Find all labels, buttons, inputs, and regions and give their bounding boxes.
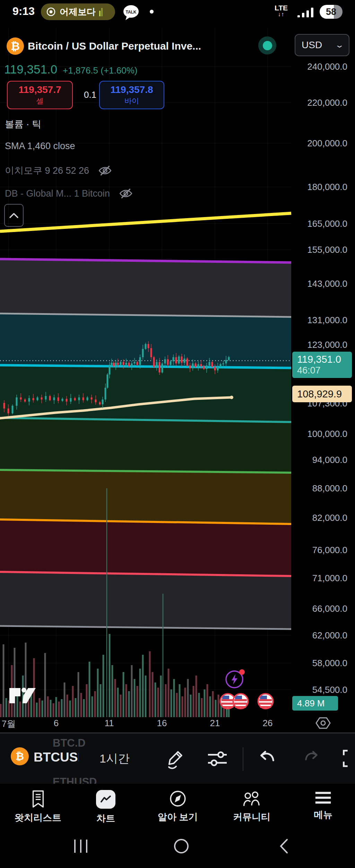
price-scale-label: 100,000.0 [307, 429, 347, 439]
buy-price: 119,357.8 [110, 84, 153, 95]
buy-label: 바이 [124, 96, 139, 106]
price-scale-label: 54,500.0 [312, 685, 347, 695]
price-scale-label: 180,000.0 [307, 182, 347, 192]
symbol-title[interactable]: Bitcoin / US Dollar Perpetual Inve... [28, 40, 201, 52]
nav-watchlist[interactable]: 왓치리스트 [15, 790, 61, 824]
price-scale-label: 62,000.0 [312, 630, 347, 641]
price-change: +1,876.5 (+1.60%) [63, 65, 137, 76]
toolbar-divider [243, 747, 243, 771]
price-scale-label: 82,000.0 [312, 513, 347, 523]
watchlist-icon [30, 790, 46, 808]
bottom-navigation: 왓치리스트 차트 알아 보기 커뮤니티 [0, 784, 355, 868]
price-scale-label: 131,000.0 [307, 315, 347, 326]
nav-menu[interactable]: 메뉴 [314, 790, 332, 821]
undo-icon[interactable] [257, 749, 277, 768]
legend-sma-row[interactable]: SMA 1,460 close [5, 141, 75, 152]
notification-dot [150, 10, 154, 14]
time-scale-label: 7월 [2, 718, 16, 730]
price-scale-label: 76,000.0 [312, 545, 347, 556]
clock: 9:13 [12, 5, 35, 18]
chevron-up-icon [9, 212, 19, 218]
music-notification-pill[interactable]: 어제보다 [41, 3, 115, 20]
time-scale-label: 11 [105, 718, 114, 729]
legend-ichimoku-row[interactable]: 이치모쿠 9 26 52 26 [5, 164, 112, 178]
price-scale-label: 155,000.0 [307, 244, 347, 255]
eye-off-icon[interactable] [98, 164, 112, 178]
time-scale-label: 21 [210, 718, 220, 729]
chart-icon [96, 790, 115, 809]
home-button[interactable] [173, 837, 190, 855]
currency-selector[interactable]: USD ⌄ [295, 34, 349, 56]
price-scale-label: 88,000.0 [312, 483, 347, 494]
nav-discover[interactable]: 알아 보기 [158, 790, 198, 823]
recent-apps-button[interactable] [72, 837, 89, 855]
app-screen: 9:13 어제보다 TALK LTE ↓↑ 5 [0, 0, 355, 868]
tradingview-watermark [9, 685, 37, 704]
indicator-settings-icon[interactable] [207, 749, 228, 769]
price-scale-label: 220,000.0 [307, 97, 347, 108]
last-price: 119,351.0 [4, 62, 57, 76]
price-scale-label: 66,000.0 [312, 603, 347, 614]
lightning-alert-icon[interactable] [225, 669, 247, 689]
watchlist-ghost-row: BTC.D [53, 737, 86, 749]
price-scale-label: 165,000.0 [307, 218, 347, 229]
current-price-badge: 119,351.0 46:07 [292, 352, 352, 378]
nav-community[interactable]: 커뮤니티 [233, 790, 270, 823]
kakaotalk-icon: TALK [121, 3, 141, 22]
community-icon [242, 790, 261, 807]
legend-volume-row[interactable]: 볼륨 · 틱 [5, 118, 41, 130]
menu-icon [314, 790, 332, 805]
fullscreen-icon[interactable] [341, 749, 355, 768]
signal-strength-icon [297, 6, 315, 18]
price-scale-label: 94,000.0 [312, 455, 347, 465]
price-scale-label: 58,000.0 [312, 658, 347, 669]
time-scale-label: 26 [263, 718, 273, 729]
chart-toolbar-sheet: BTC.D ETHUSD ₿ BTCUSD 1시간 [0, 732, 355, 784]
sell-button[interactable]: 119,357.7 셀 [7, 81, 73, 109]
redo-icon[interactable] [302, 749, 320, 767]
collapse-legend-button[interactable] [4, 204, 24, 227]
us-flag-events-pair-icon[interactable] [219, 693, 258, 710]
currency-value: USD [302, 40, 322, 51]
price-scale-label: 71,000.0 [312, 573, 347, 584]
price-row: 119,351.0 +1,876.5 (+1.60%) [4, 62, 138, 76]
price-scale-label: 240,000.0 [307, 61, 347, 72]
us-flag-event-icon[interactable] [257, 693, 274, 710]
status-bar: 9:13 어제보다 TALK LTE ↓↑ 5 [0, 0, 355, 24]
sell-price: 119,357.7 [18, 84, 61, 95]
price-scale-label: 200,000.0 [307, 138, 347, 149]
lte-indicator: LTE ↓↑ [275, 4, 288, 17]
battery-indicator: 58 [320, 5, 343, 19]
notification-text: 어제보다 [60, 6, 96, 18]
back-button[interactable] [277, 837, 291, 855]
sma-price-badge: 108,929.9 [292, 386, 352, 402]
symbol-button[interactable]: BTCUSD [34, 750, 79, 765]
price-scale-label: 123,000.0 [307, 340, 347, 350]
watchlist-ghost-row: ETHUSD [53, 776, 97, 784]
bitcoin-logo: ₿ [11, 747, 29, 765]
interval-button[interactable]: 1시간 [99, 751, 130, 767]
price-scale-label: 143,000.0 [307, 278, 347, 289]
bitcoin-logo: ₿ [7, 37, 24, 55]
compass-icon [169, 790, 187, 807]
sell-label: 셀 [36, 96, 44, 106]
disc-icon [46, 7, 56, 17]
draw-icon[interactable] [166, 749, 186, 770]
time-scale-label: 6 [54, 718, 59, 729]
bar-countdown: 46:07 [297, 365, 352, 378]
scale-settings-icon[interactable] [315, 715, 331, 731]
market-open-dot [258, 36, 276, 54]
chevron-down-icon: ⌄ [335, 41, 344, 50]
chart-emoji-sliver [99, 7, 104, 16]
volume-badge: 4.89 M [292, 696, 338, 711]
eye-off-icon[interactable] [119, 187, 133, 200]
time-scale-label: 16 [157, 718, 167, 729]
svg-text:TALK: TALK [125, 10, 136, 15]
legend-db-row[interactable]: DB - Global M... 1 Bitcoin [5, 187, 133, 200]
nav-chart-active[interactable]: 차트 [96, 790, 115, 825]
buy-button[interactable]: 119,357.8 바이 [99, 81, 164, 109]
